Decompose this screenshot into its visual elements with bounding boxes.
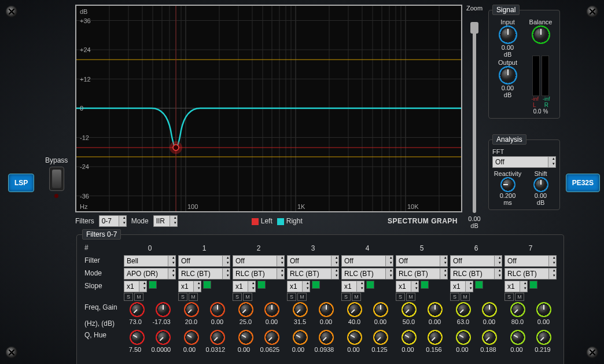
filter-type-select[interactable]: Off: [396, 255, 448, 267]
q-knob[interactable]: [510, 330, 525, 345]
input-knob[interactable]: [499, 25, 517, 44]
freq-knob[interactable]: [130, 302, 145, 317]
q-knob[interactable]: [293, 330, 308, 345]
solo-button[interactable]: S: [504, 293, 514, 301]
spectrum-graph[interactable]: dB +36 +24 +12 0 -12 -24 -36 Hz 100 1K 1…: [75, 5, 462, 212]
filter-type-select[interactable]: Off: [178, 255, 230, 267]
filter-type-select[interactable]: Off: [287, 255, 339, 267]
reactivity-value: 0.200: [492, 192, 523, 199]
freq-knob[interactable]: [510, 302, 525, 317]
solo-button[interactable]: S: [233, 293, 242, 301]
solo-button[interactable]: S: [450, 293, 459, 301]
filter-led-on[interactable]: [149, 281, 157, 289]
gain-knob[interactable]: [319, 302, 334, 317]
output-knob[interactable]: [499, 66, 517, 84]
filter-mode-select[interactable]: RLC (BT): [287, 268, 339, 280]
hue-knob[interactable]: [156, 330, 171, 345]
q-knob[interactable]: [402, 330, 417, 345]
filter-led-on[interactable]: [312, 281, 320, 289]
meter-left: [532, 56, 540, 96]
filter-slope-select[interactable]: x1: [287, 281, 310, 292]
q-value: 0.00: [347, 346, 359, 353]
filter-led-on[interactable]: [421, 281, 429, 289]
filter-col-index: 5: [396, 242, 448, 254]
shift-knob[interactable]: [533, 177, 548, 192]
reactivity-knob[interactable]: [500, 177, 515, 192]
solo-button[interactable]: S: [124, 293, 133, 301]
filter-type-select[interactable]: Off: [504, 255, 557, 267]
filter-slope-select[interactable]: x1: [450, 281, 473, 292]
mute-button[interactable]: M: [352, 293, 361, 301]
bypass-switch[interactable]: [49, 167, 64, 191]
analysis-legend: Analysis: [492, 134, 526, 145]
mute-button[interactable]: M: [297, 293, 307, 301]
filter-slope-select[interactable]: x1: [341, 281, 364, 292]
hue-knob[interactable]: [428, 330, 443, 345]
filters-range-select[interactable]: 0-7: [99, 215, 127, 227]
hue-knob[interactable]: [536, 330, 551, 345]
solo-button[interactable]: S: [341, 293, 351, 301]
filter-type-select[interactable]: Off: [341, 255, 393, 267]
filter-led-on[interactable]: [475, 281, 483, 289]
gain-knob[interactable]: [264, 302, 279, 317]
zoom-section: Zoom 0.00 dB: [465, 5, 484, 229]
hue-value: 0.156: [426, 346, 442, 353]
solo-button[interactable]: S: [178, 293, 187, 301]
filter-type-select[interactable]: Bell: [124, 255, 176, 267]
filter-slope-select[interactable]: x1: [178, 281, 201, 292]
hue-knob[interactable]: [319, 330, 334, 345]
hue-knob[interactable]: [210, 330, 225, 345]
mode-select[interactable]: IIR: [153, 215, 178, 227]
filter-mode-select[interactable]: RLC (BT): [450, 268, 502, 280]
q-knob[interactable]: [347, 330, 362, 345]
solo-button[interactable]: S: [396, 293, 405, 301]
filter-type-select[interactable]: Off: [233, 255, 285, 267]
filter-mode-select[interactable]: RLC (BT): [504, 268, 557, 280]
zoom-slider[interactable]: [473, 22, 476, 213]
solo-button[interactable]: S: [287, 293, 296, 301]
gain-knob[interactable]: [536, 302, 551, 317]
filter-mode-select[interactable]: RLC (BT): [233, 268, 285, 280]
filter-led-on[interactable]: [257, 281, 266, 289]
filter-type-select[interactable]: Off: [450, 255, 502, 267]
output-label: Output: [492, 59, 523, 66]
filter-slope-select[interactable]: x1: [504, 281, 528, 292]
freq-value: 80.0: [511, 318, 524, 325]
mute-button[interactable]: M: [243, 293, 252, 301]
mute-button[interactable]: M: [134, 293, 143, 301]
mute-button[interactable]: M: [515, 293, 524, 301]
freq-knob[interactable]: [347, 302, 362, 317]
freq-knob[interactable]: [238, 302, 253, 317]
freq-knob[interactable]: [184, 302, 199, 317]
q-knob[interactable]: [184, 330, 199, 345]
gain-knob[interactable]: [373, 302, 388, 317]
gain-knob[interactable]: [210, 302, 225, 317]
freq-knob[interactable]: [402, 302, 417, 317]
filter-mode-select[interactable]: RLC (BT): [341, 268, 393, 280]
filter-slope-select[interactable]: x1: [233, 281, 256, 292]
hue-knob[interactable]: [482, 330, 497, 345]
filter-led-on[interactable]: [203, 281, 211, 289]
gain-knob[interactable]: [156, 302, 171, 317]
freq-knob[interactable]: [456, 302, 471, 317]
filter-mode-select[interactable]: APO (DR): [124, 268, 176, 280]
gain-knob[interactable]: [482, 302, 497, 317]
freq-knob[interactable]: [293, 302, 308, 317]
hue-knob[interactable]: [373, 330, 388, 345]
gain-knob[interactable]: [428, 302, 443, 317]
filter-mode-select[interactable]: RLC (BT): [178, 268, 230, 280]
fft-select[interactable]: Off: [492, 156, 556, 168]
q-knob[interactable]: [238, 330, 253, 345]
mute-button[interactable]: M: [461, 293, 470, 301]
filter-slope-select[interactable]: x1: [124, 281, 147, 292]
q-knob[interactable]: [456, 330, 471, 345]
filter-mode-select[interactable]: RLC (BT): [396, 268, 448, 280]
hue-knob[interactable]: [264, 330, 279, 345]
mute-button[interactable]: M: [189, 293, 198, 301]
filter-led-on[interactable]: [366, 281, 374, 289]
mute-button[interactable]: M: [406, 293, 415, 301]
filter-led-on[interactable]: [529, 281, 537, 289]
balance-knob[interactable]: [532, 25, 550, 44]
q-knob[interactable]: [130, 330, 145, 345]
filter-slope-select[interactable]: x1: [396, 281, 419, 292]
